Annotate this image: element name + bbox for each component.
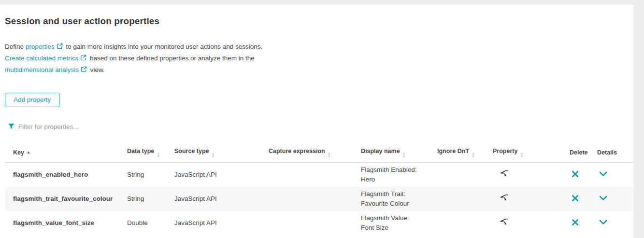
column-header-delete: Delete bbox=[570, 143, 597, 163]
property-delete-cell bbox=[570, 211, 597, 235]
property-source-type: JavaScript API bbox=[174, 163, 269, 187]
user-action-property-icon bbox=[500, 194, 509, 202]
property-source-type: JavaScript API bbox=[174, 187, 269, 211]
add-property-button[interactable]: Add property bbox=[5, 93, 59, 107]
column-header-ignore-dnt[interactable]: Ignore DnT▲▼ bbox=[437, 143, 493, 163]
property-data-type: String bbox=[127, 187, 174, 211]
property-details-cell bbox=[597, 163, 633, 187]
table-header-row: Key▲ Data type▲▼ Source type▲▼ Capture e… bbox=[5, 143, 633, 163]
intro-text: Define bbox=[5, 43, 26, 50]
properties-table: Key▲ Data type▲▼ Source type▲▼ Capture e… bbox=[5, 143, 633, 235]
column-header-property[interactable]: Property▲▼ bbox=[493, 143, 570, 163]
property-data-type: Double bbox=[127, 211, 174, 235]
property-details-cell bbox=[597, 187, 633, 211]
property-capture-expression bbox=[269, 211, 361, 235]
property-key: flagsmith_enabled_hero bbox=[5, 163, 127, 187]
properties-link[interactable]: properties bbox=[26, 43, 55, 50]
multidimensional-analysis-link[interactable]: multidimensional analysis bbox=[5, 66, 79, 73]
chevron-down-icon bbox=[599, 171, 607, 177]
calculated-metrics-link[interactable]: Create calculated metrics bbox=[5, 55, 78, 62]
details-toggle-button[interactable] bbox=[597, 219, 609, 226]
column-header-display-name[interactable]: Display name▲▼ bbox=[361, 143, 437, 163]
delete-x-icon bbox=[572, 219, 579, 226]
intro-text: based on these defined properties or ana… bbox=[88, 55, 254, 62]
property-ignore-dnt bbox=[437, 163, 493, 187]
external-link-icon bbox=[57, 42, 63, 53]
page-top-gutter bbox=[0, 0, 644, 5]
page-right-gutter bbox=[633, 0, 644, 238]
property-delete-cell bbox=[570, 187, 597, 211]
table-row: flagsmith_value_font_size Double JavaScr… bbox=[5, 211, 633, 235]
delete-property-button[interactable] bbox=[570, 194, 581, 203]
sort-icon: ▲▼ bbox=[328, 152, 331, 157]
page-title: Session and user action properties bbox=[5, 5, 633, 27]
property-display-name: Flagsmith Trait:Favourite Colour bbox=[361, 187, 437, 211]
table-row: flagsmith_enabled_hero String JavaScript… bbox=[5, 163, 633, 187]
filter-properties-input[interactable] bbox=[18, 123, 221, 130]
property-ignore-dnt bbox=[437, 211, 493, 235]
chevron-down-icon bbox=[599, 220, 607, 225]
chevron-down-icon bbox=[599, 196, 607, 201]
property-capture-expression bbox=[269, 187, 361, 211]
property-source-type: JavaScript API bbox=[174, 211, 269, 235]
filter-funnel-icon bbox=[8, 124, 14, 129]
delete-x-icon bbox=[572, 195, 579, 202]
delete-property-button[interactable] bbox=[570, 169, 581, 179]
external-link-icon bbox=[81, 65, 87, 76]
property-type-cell bbox=[493, 211, 570, 235]
property-data-type: String bbox=[127, 163, 174, 187]
table-row: flagsmith_trait_favourite_colour String … bbox=[5, 187, 633, 211]
column-header-source-type[interactable]: Source type▲▼ bbox=[174, 143, 269, 163]
delete-property-button[interactable] bbox=[570, 218, 581, 227]
property-display-name: Flagsmith Value:Font Size bbox=[361, 211, 437, 235]
property-key: flagsmith_trait_favourite_colour bbox=[5, 187, 127, 211]
delete-x-icon bbox=[572, 170, 579, 178]
column-header-data-type[interactable]: Data type▲▼ bbox=[127, 143, 174, 163]
sort-icon: ▲▼ bbox=[402, 152, 406, 157]
sort-icon: ▲▼ bbox=[472, 152, 475, 157]
intro-paragraph: Define properties to gain more insights … bbox=[5, 41, 633, 76]
external-link-icon bbox=[80, 53, 86, 64]
property-type-cell bbox=[493, 187, 570, 211]
intro-text: to gain more insights into your monitore… bbox=[64, 43, 262, 50]
user-action-property-icon bbox=[500, 218, 509, 226]
property-delete-cell bbox=[570, 163, 597, 187]
property-key: flagsmith_value_font_size bbox=[5, 211, 127, 235]
filter-bar bbox=[8, 122, 633, 131]
sort-icon: ▲▼ bbox=[212, 152, 215, 157]
settings-panel: Session and user action properties Defin… bbox=[0, 5, 633, 238]
intro-text: view. bbox=[88, 66, 105, 73]
property-display-name: Flagsmith Enabled:Hero bbox=[361, 163, 437, 187]
property-capture-expression bbox=[269, 163, 361, 187]
property-details-cell bbox=[597, 211, 633, 235]
property-ignore-dnt bbox=[437, 187, 493, 211]
column-header-capture-expression[interactable]: Capture expression▲▼ bbox=[269, 143, 361, 163]
details-toggle-button[interactable] bbox=[597, 195, 609, 202]
column-header-details: Details bbox=[597, 143, 633, 163]
property-type-cell bbox=[493, 163, 570, 187]
sort-icon: ▲▼ bbox=[520, 152, 523, 157]
sort-ascending-icon: ▲ bbox=[27, 150, 30, 154]
details-toggle-button[interactable] bbox=[597, 170, 609, 178]
sort-icon: ▲▼ bbox=[157, 152, 160, 157]
column-header-key[interactable]: Key▲ bbox=[5, 143, 127, 163]
user-action-property-icon bbox=[500, 169, 509, 178]
